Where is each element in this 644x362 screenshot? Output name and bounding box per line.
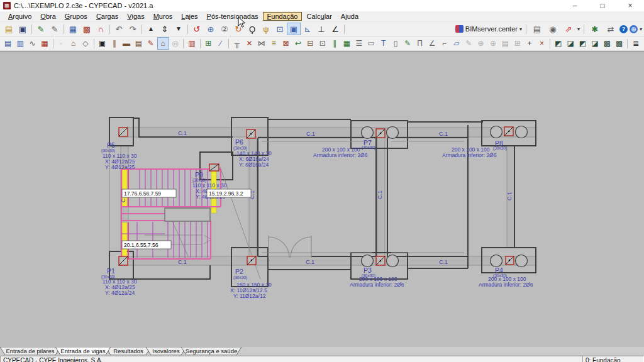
column-machine-icon[interactable]: ⌂ [67, 37, 79, 50]
support-tool-icon[interactable]: ╥ [231, 37, 243, 50]
angle-snap-icon[interactable]: ∠ [328, 23, 342, 35]
edit-resources-icon[interactable]: ✎ [34, 23, 48, 35]
joint-tool-icon[interactable]: ⋈ [255, 37, 267, 50]
minimize-button[interactable]: – [561, 0, 589, 11]
tag-tool-icon[interactable]: ◇ [79, 37, 91, 50]
grid-green-icon[interactable]: ▦ [341, 37, 353, 50]
insert-column-icon[interactable]: ∥ [108, 37, 120, 50]
full-view-icon[interactable]: ▣ [287, 23, 301, 35]
insert-slab-icon[interactable]: ▤ [133, 37, 145, 50]
coordinates-icon[interactable]: ⊾ [301, 23, 314, 35]
assign-back-icon[interactable]: ↩ [292, 37, 304, 50]
status-group-indicator[interactable]: 0: Fundação [582, 356, 644, 362]
sprinkler-icon[interactable]: ◦ [55, 37, 67, 50]
menu-ajuda[interactable]: Ajuda [336, 12, 363, 21]
isovalues5-icon[interactable]: ▩ [601, 37, 613, 50]
menu-grupos[interactable]: Grupos [60, 12, 92, 21]
frame-tool-icon[interactable]: ▯ [389, 37, 401, 50]
menu-muros[interactable]: Muros [149, 12, 177, 21]
export-caret-icon[interactable]: ▾ [577, 26, 580, 32]
new-view-icon[interactable]: ⊞ [203, 37, 214, 50]
portal-frame-icon[interactable]: Π [414, 37, 426, 50]
isovalues1-icon[interactable]: ◩ [552, 37, 564, 50]
reference-icon[interactable]: ⌐ [438, 37, 450, 50]
group-down-icon[interactable]: ▼ [172, 23, 186, 35]
tab-label[interactable]: Isovalores [152, 348, 180, 354]
menu-arquivo[interactable]: Arquivo [4, 12, 36, 21]
redo-icon[interactable]: ↷ [126, 23, 140, 35]
pencil-tool-icon[interactable]: ✎ [402, 37, 414, 50]
print-icon[interactable]: ▤ [530, 23, 544, 35]
flat-slab-icon[interactable]: ▭ [365, 37, 377, 50]
undo-icon[interactable]: ↶ [112, 23, 126, 35]
bimserver-caret-icon[interactable]: ▾ [519, 26, 522, 32]
insert-beam-icon[interactable]: ▬ [120, 37, 132, 50]
dimension-line-icon[interactable]: ∕ [214, 37, 226, 50]
wall-tool-icon[interactable]: ▥ [186, 37, 197, 50]
delete-tool-icon[interactable]: × [536, 37, 548, 50]
edit-tools-icon[interactable]: ✎ [145, 37, 157, 50]
table-red-icon[interactable]: ▩ [80, 23, 94, 35]
redraw-icon[interactable]: ↻ [231, 23, 245, 35]
tab-label[interactable]: Resultados [113, 348, 143, 354]
group-data-icon[interactable]: ▤ [2, 37, 14, 50]
isovalues6-icon[interactable]: ▩ [613, 37, 625, 50]
rebar-tool-icon[interactable]: ≡ [268, 37, 280, 50]
isovalues3-icon[interactable]: ◩ [577, 37, 589, 50]
menu-pos-tensionadas[interactable]: Pós-tensionadas [203, 12, 263, 21]
plan-data-icon[interactable]: ▥ [14, 37, 26, 50]
tab-label[interactable]: Segurança e saúde [186, 348, 237, 354]
pan-hand-icon[interactable]: ψ [259, 23, 273, 35]
bimserver-button[interactable]: BIMserver.center [465, 25, 518, 33]
menu-lajes[interactable]: Lajes [177, 12, 202, 21]
align-tool-icon[interactable]: ∥ [328, 37, 340, 50]
close-button[interactable]: × [616, 0, 644, 11]
view-3d-icon[interactable]: ▣ [96, 37, 108, 50]
menu-calcular[interactable]: Calcular [302, 12, 336, 21]
grid-tool-icon[interactable]: ▦ [38, 37, 50, 50]
help-icon[interactable]: ? [619, 25, 628, 33]
column-edit-icon[interactable]: ⌂ [157, 37, 169, 50]
zoom-previous-icon[interactable]: ↺ [190, 23, 204, 35]
drawing-canvas[interactable]: C.1 C.1 C.1 C.1 C.1 C.1 C.1 C.1 C.1 C. P… [0, 52, 644, 348]
delete-beam-icon[interactable]: ✕ [243, 37, 255, 50]
group-up-icon[interactable]: ▲ [144, 23, 158, 35]
web-globe-icon[interactable]: ⊕ [630, 25, 638, 33]
menu-cargas[interactable]: Cargas [92, 12, 123, 21]
isovalues4-icon[interactable]: ◪ [589, 37, 601, 50]
zoom-window-icon[interactable]: ⊡ [273, 23, 287, 35]
globe-caret-icon[interactable]: ▾ [640, 26, 642, 32]
zoom-2x-icon[interactable]: ② [218, 23, 231, 35]
group-select-icon[interactable]: ⇕ [158, 23, 172, 35]
save-icon[interactable]: ▣ [16, 23, 30, 35]
fold-tool-icon[interactable]: ⊟ [304, 37, 316, 50]
orbit-view-icon[interactable]: ⊕ [204, 23, 218, 35]
window-switch-icon[interactable]: ⇄ [604, 23, 618, 35]
snap-magnet-icon[interactable]: ∩ [94, 23, 108, 35]
zoom-search-icon[interactable]: Ϙ [245, 23, 259, 35]
update-icon[interactable]: ✱ [588, 23, 602, 35]
add-element-icon[interactable]: + [523, 37, 535, 50]
center-view-icon[interactable]: ◎ [169, 37, 181, 50]
restore-button[interactable]: □ [589, 0, 616, 11]
menu-obra[interactable]: Obra [36, 12, 60, 21]
tab-label[interactable]: Entrada de pilares [6, 348, 54, 354]
move-tool-icon[interactable]: ▱ [450, 37, 462, 50]
delete-element-icon[interactable]: ⊠ [280, 37, 292, 50]
menu-fundacao[interactable]: Fundação [263, 12, 303, 21]
beam-list-icon[interactable]: ☰ [353, 37, 365, 50]
orthogonal-icon[interactable]: ⊥ [314, 23, 328, 35]
sheet-tool-icon[interactable]: ⊡ [316, 37, 328, 50]
export-icon[interactable]: ⇗ [562, 23, 575, 35]
snapshot-icon[interactable]: ◉ [546, 23, 560, 35]
open-file-icon[interactable]: ▤ [2, 23, 16, 35]
menu-vigas[interactable]: Vigas [123, 12, 148, 21]
edit-plain-icon[interactable]: ✎ [48, 23, 62, 35]
text-tool-icon[interactable]: T [377, 37, 389, 50]
report-list-icon[interactable]: ≣ [630, 37, 641, 50]
table-blue-icon[interactable]: ▦ [66, 23, 80, 35]
isovalues2-icon[interactable]: ◪ [565, 37, 577, 50]
stairs-tool-icon[interactable]: ∿ [26, 37, 38, 50]
tab-label[interactable]: Entrada de vigas [60, 348, 106, 354]
angle-measure-icon[interactable]: ∠ [426, 37, 438, 50]
